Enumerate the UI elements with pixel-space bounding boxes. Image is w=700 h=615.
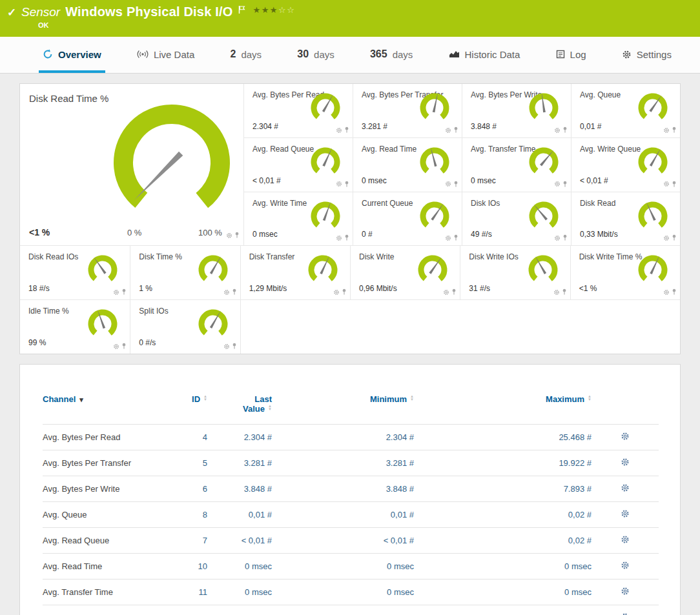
tab-live-data[interactable]: Live Data [133, 37, 198, 73]
gauge-value: 0 msec [471, 176, 496, 185]
gauge-settings-icon[interactable] [226, 232, 232, 239]
gauge-pin-icon[interactable] [562, 234, 568, 241]
gauge-pin-icon[interactable] [453, 234, 458, 241]
gauge-pin-icon[interactable] [342, 288, 347, 296]
table-header-row: Channel▾ ID▲▼ Last Value▲▼ Minimum▲▼ Max… [43, 394, 659, 425]
gauge-pin-icon[interactable] [234, 232, 240, 239]
col-header-channel[interactable]: Channel▾ [43, 394, 169, 425]
priority-star-2-filled[interactable]: ★ [262, 5, 270, 15]
gauge-settings-icon[interactable] [663, 127, 670, 134]
gauge-settings-icon[interactable] [113, 289, 119, 296]
gauge-value: 18 #/s [28, 284, 50, 293]
priority-star-1-filled[interactable]: ★ [253, 5, 262, 15]
priority-star-3-filled[interactable]: ★ [270, 5, 278, 15]
gauge-title: Disk IOs [471, 199, 500, 208]
gauge-settings-icon[interactable] [445, 127, 451, 134]
channel-minimum: 0,01 # [272, 502, 414, 528]
gauge-settings-icon[interactable] [336, 181, 342, 187]
gauge-pin-icon[interactable] [562, 288, 567, 296]
gauge-pin-icon[interactable] [344, 234, 349, 241]
gauge-settings-icon[interactable] [554, 235, 561, 241]
tab-30-days[interactable]: 30 days [293, 37, 338, 73]
channel-minimum: 3.848 # [272, 476, 414, 502]
channel-settings-gear-icon[interactable] [621, 535, 630, 544]
gauge-pin-icon[interactable] [451, 288, 457, 296]
col-header-label: Last [207, 394, 272, 404]
col-header-last-value[interactable]: Last Value▲▼ [207, 394, 272, 425]
gauge-cell-avg-bytes-per-transfer: Avg. Bytes Per Transfer3.281 # [353, 84, 462, 137]
gauge-settings-icon[interactable] [443, 289, 449, 296]
col-header-id[interactable]: ID▲▼ [169, 394, 207, 425]
col-header-maximum[interactable]: Maximum▲▼ [414, 394, 592, 425]
gauge-settings-icon[interactable] [663, 181, 670, 187]
gauge-dial [418, 199, 451, 236]
gauge-settings-icon[interactable] [336, 127, 342, 134]
gauge-pin-icon[interactable] [672, 288, 677, 296]
channel-maximum: 25.468 # [414, 425, 592, 450]
gauge-pin-icon[interactable] [232, 288, 237, 296]
gauge-pin-icon[interactable] [562, 126, 568, 134]
tab-log[interactable]: Log [552, 37, 590, 73]
channel-settings-gear-icon[interactable] [621, 509, 630, 518]
tab-label-word: days [314, 49, 335, 60]
channel-settings-gear-icon[interactable] [621, 432, 630, 441]
log-icon [556, 50, 565, 59]
gauge-settings-icon[interactable] [445, 181, 451, 187]
gauge-cell-split-ios: Split IOs0 #/s [130, 300, 240, 354]
table-row-avg-bytes-per-read: Avg. Bytes Per Read42.304 #2.304 #25.468… [43, 425, 659, 450]
gauge-pin-icon[interactable] [232, 343, 237, 350]
gauge-pin-icon[interactable] [453, 126, 458, 134]
priority-star-5-empty[interactable]: ☆ [287, 5, 295, 15]
sort-icon[interactable]: ▲▼ [268, 405, 272, 411]
tab-365-days[interactable]: 365 days [366, 37, 417, 73]
gauge-pin-icon[interactable] [672, 126, 677, 134]
gauge-pin-icon[interactable] [562, 181, 568, 188]
gauge-pin-icon[interactable] [344, 126, 349, 134]
tab-overview[interactable]: Overview [39, 37, 105, 73]
gauge-settings-icon[interactable] [223, 343, 230, 350]
sort-icon[interactable]: ▲▼ [588, 395, 592, 401]
gauge-pin-icon[interactable] [121, 288, 127, 296]
channel-settings-gear-icon[interactable] [621, 483, 630, 492]
gauge-settings-icon[interactable] [663, 289, 670, 296]
gauge-settings-icon[interactable] [445, 235, 451, 241]
gauge-settings-icon[interactable] [113, 343, 119, 350]
gauge-title: Disk Time % [139, 252, 182, 261]
sort-icon[interactable]: ▲▼ [410, 395, 414, 401]
tab-historic-data[interactable]: Historic Data [445, 37, 524, 73]
channel-maximum: 19.922 # [414, 450, 592, 476]
gauge-pin-icon[interactable] [672, 234, 677, 241]
object-kind-label: Sensor [21, 3, 60, 21]
gauge-settings-icon[interactable] [554, 127, 561, 134]
gauge-pin-icon[interactable] [453, 181, 458, 188]
gauge-dial [418, 91, 451, 127]
gauge-settings-icon[interactable] [554, 181, 561, 187]
channel-name: Avg. Queue [43, 502, 169, 528]
gauge-settings-icon[interactable] [663, 235, 670, 241]
channel-settings-gear-icon[interactable] [621, 612, 630, 615]
gauge-cell-idle-time: Idle Time %99 % [20, 300, 130, 354]
channel-settings-gear-icon[interactable] [621, 587, 630, 596]
gauge-pin-icon[interactable] [344, 181, 349, 188]
gauge-settings-icon[interactable] [333, 289, 340, 296]
gauge-dial [636, 253, 670, 289]
gauge-pin-icon[interactable] [121, 343, 127, 350]
channel-settings-gear-icon[interactable] [621, 458, 630, 467]
gauge-settings-icon[interactable] [336, 235, 342, 241]
channel-name: Avg. Bytes Per Transfer [43, 450, 169, 476]
col-header-minimum[interactable]: Minimum▲▼ [272, 394, 414, 425]
channel-maximum: 0,02 # [414, 528, 592, 554]
tab-2-days[interactable]: 2 days [226, 37, 265, 73]
col-header-label: ID [192, 394, 200, 404]
channel-minimum: 2.304 # [272, 425, 414, 450]
gauge-settings-icon[interactable] [553, 289, 560, 296]
gauge-pin-icon[interactable] [672, 181, 677, 188]
gauge-title: Idle Time % [28, 307, 69, 316]
gauge-cell-disk-read-time: Disk Read Time % <1 % 0 % 100 % [20, 84, 243, 245]
sort-icon[interactable]: ▲▼ [203, 395, 207, 401]
gauge-settings-icon[interactable] [223, 289, 230, 296]
tab-settings[interactable]: Settings [618, 37, 675, 73]
channel-settings-gear-icon[interactable] [621, 561, 630, 570]
priority-star-4-empty[interactable]: ☆ [278, 5, 287, 15]
flag-icon[interactable] [238, 5, 245, 17]
